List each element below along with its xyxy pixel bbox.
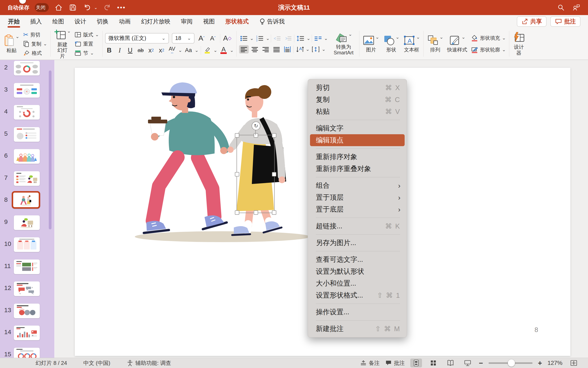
menu-item-复制[interactable]: 复制⌘ C [308,94,407,106]
resize-handle-w[interactable] [235,172,239,176]
menu-item-新建批注[interactable]: 新建批注⇧ ⌘ M [308,323,407,335]
tab-告诉我[interactable]: 告诉我 [259,15,285,28]
notes-button[interactable]: 备注 [360,359,380,367]
menu-item-编辑文字[interactable]: 编辑文字 [308,122,407,134]
increase-font-button[interactable]: Aˆ [197,34,206,42]
slide-thumbnail-11[interactable] [14,259,40,274]
home-icon[interactable] [54,3,63,12]
slideshow-view-button[interactable] [462,359,473,367]
tab-形状格式[interactable]: 形状格式 [225,15,249,28]
subscript-button[interactable]: x2 [157,47,166,54]
account-feedback-icon[interactable] [572,3,580,12]
tab-设计[interactable]: 设计 [74,15,87,28]
comments-toggle-button[interactable]: 批注 [385,359,405,367]
slide-thumbnail-7[interactable] [14,171,40,186]
align-left-button[interactable] [239,45,249,54]
slide-thumbnail-12[interactable] [14,281,40,296]
italic-button[interactable]: I [116,47,124,54]
clear-formatting-button[interactable]: A◇ [223,34,231,42]
slide-thumbnail-6[interactable] [14,149,40,164]
save-icon[interactable] [68,3,77,12]
menu-item-操作设置[interactable]: 操作设置... [308,306,407,318]
tab-切换[interactable]: 切换 [96,15,109,28]
language-indicator[interactable]: 中文 (中国) [83,359,110,367]
slide-thumbnail-15[interactable] [14,348,40,358]
resize-handle-n[interactable] [254,133,258,138]
reading-view-button[interactable] [445,359,456,367]
highlight-color-button[interactable] [203,47,212,54]
section-button[interactable]: 节⌄ [74,49,100,57]
slide-thumbnail-10[interactable] [14,237,40,252]
zoom-slider[interactable] [489,362,532,364]
font-name-select[interactable]: 微软雅黑 (正文)⌄ [105,33,169,44]
convert-smartart-button[interactable]: ⌄ 转换为SmartArt [330,29,357,59]
quick-styles-button[interactable]: ⌄ 快速样式 [446,35,468,53]
text-direction-button[interactable]: A [295,45,305,54]
bold-button[interactable]: B [105,47,114,54]
tab-动画[interactable]: 动画 [118,15,131,28]
shape-outline-button[interactable]: 形状轮廓⌄ [470,45,507,54]
menu-item-大小和位置[interactable]: 大小和位置... [308,277,407,289]
slide-thumbnail-2[interactable] [14,61,40,75]
underline-button[interactable]: U [126,47,134,54]
slide-thumbnail-3[interactable] [14,83,40,98]
zoom-slider-knob[interactable] [508,359,515,367]
slide-thumbnail-14[interactable] [14,326,40,340]
menu-item-重新排序对象[interactable]: 重新排序对象 [308,151,407,163]
resize-handle-e[interactable] [272,172,276,176]
rotation-handle[interactable]: ↻ [252,121,260,130]
paste-button[interactable]: ⌄ 粘贴 [3,34,20,53]
menu-item-重新排序重叠对象[interactable]: 重新排序重叠对象 [308,163,407,175]
menu-item-另存为图片[interactable]: 另存为图片... [308,237,407,249]
font-color-button[interactable]: A [219,47,228,54]
zoom-level[interactable]: 127% [547,360,562,366]
distribute-text-button[interactable] [283,45,292,54]
slide-thumbnail-13[interactable] [14,304,40,318]
designer-button[interactable]: 设计器 [512,29,526,59]
copy-button[interactable]: 复制⌄ [22,39,48,48]
resize-handle-s[interactable] [254,210,258,215]
columns-button[interactable] [313,34,323,43]
menu-item-设置形状格式[interactable]: 设置形状格式...⇧ ⌘ 1 [308,289,407,301]
tab-视图[interactable]: 视图 [203,15,215,28]
font-size-select[interactable]: 18⌄ [172,33,194,44]
layout-button[interactable]: 版式⌄ [74,30,100,39]
shapes-button[interactable]: ⌄ 形状 [382,35,400,53]
menu-item-置于顶层[interactable]: 置于顶层› [308,192,407,203]
change-case-button[interactable]: Aa [184,47,193,54]
picture-button[interactable]: ⌄ 图片 [362,35,380,53]
search-icon[interactable] [557,3,565,12]
decrease-font-button[interactable]: Aˇ [209,35,217,42]
slide-thumbnail-9[interactable] [14,215,40,230]
resize-handle-nw[interactable] [235,133,239,138]
justify-button[interactable] [272,45,281,54]
superscript-button[interactable]: x2 [147,47,155,54]
accessibility-status[interactable]: 辅助功能: 调查 [127,359,171,367]
menu-item-查看可选文字[interactable]: 查看可选文字... [308,254,407,266]
zoom-in-button[interactable]: + [538,359,542,367]
sidebar-scrollbar[interactable] [49,71,51,229]
slide-thumbnail-5[interactable] [14,127,40,142]
textbox-button[interactable]: A ⌄ 文本框 [402,35,421,53]
menu-item-设置为默认形状[interactable]: 设置为默认形状 [308,266,407,277]
resize-handle-sw[interactable] [235,210,239,215]
tab-幻灯片放映[interactable]: 幻灯片放映 [141,15,171,28]
tab-绘图[interactable]: 绘图 [52,15,65,28]
tab-插入[interactable]: 插入 [30,15,42,28]
character-spacing-button[interactable]: AV↔ [168,47,176,54]
slide-thumbnail-4[interactable] [14,105,40,120]
cut-button[interactable]: ✂ 剪切 [22,30,48,39]
slide-sorter-view-button[interactable] [427,359,439,367]
tab-开始[interactable]: 开始 [8,15,20,28]
numbering-button[interactable]: 123 [255,34,265,43]
fit-to-window-button[interactable] [568,359,580,367]
format-painter-button[interactable]: 格式 [22,49,48,57]
align-center-button[interactable] [250,45,260,54]
arrange-button[interactable]: ⌄ 排列 [426,35,444,53]
undo-icon[interactable] [83,3,91,12]
shape-selection-box[interactable]: ↻ [237,135,275,213]
new-slide-button[interactable]: ⌄ 新建幻灯片 [53,29,72,59]
menu-item-组合[interactable]: 组合› [308,180,407,192]
normal-view-button[interactable] [410,359,422,367]
resize-handle-ne[interactable] [272,133,276,138]
